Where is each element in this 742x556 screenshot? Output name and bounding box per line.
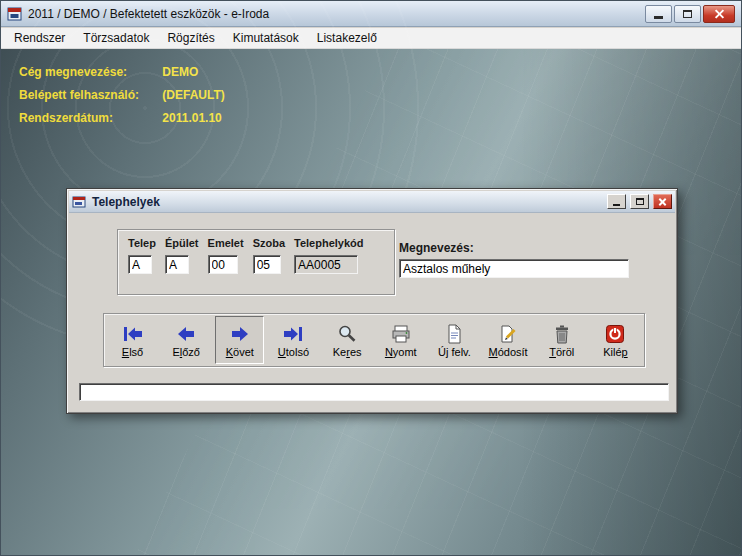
epulet-label: Épület bbox=[165, 237, 199, 249]
dialog-body: Telep Épület Emelet Szoba bbox=[69, 213, 675, 411]
toolbar-button-utolso[interactable]: Utolsó bbox=[269, 316, 318, 364]
dialog-maximize-button[interactable] bbox=[630, 194, 649, 209]
toolbar-label: Töröl bbox=[549, 346, 574, 358]
user-row: Belépett felhasználó: (DEFAULT) bbox=[19, 88, 225, 102]
maximize-icon bbox=[683, 10, 692, 18]
telephelyek-dialog: Telephelyek Telep Épület bbox=[66, 188, 678, 414]
toolbar-label: Kilép bbox=[603, 346, 627, 358]
epulet-input[interactable] bbox=[165, 255, 189, 274]
szoba-input[interactable] bbox=[253, 255, 281, 274]
dialog-minimize-icon bbox=[613, 204, 620, 206]
nav-previous-icon bbox=[175, 323, 197, 345]
exit-power-icon bbox=[604, 323, 626, 345]
toolbar-button-modosit[interactable]: Módosít bbox=[484, 316, 533, 364]
printer-icon bbox=[390, 323, 412, 345]
status-input[interactable] bbox=[79, 383, 669, 401]
system-date-value: 2011.01.10 bbox=[162, 111, 221, 125]
epulet-field: Épület bbox=[165, 237, 199, 287]
telep-label: Telep bbox=[128, 237, 156, 249]
telephelykod-input bbox=[294, 255, 358, 274]
nav-next-icon bbox=[229, 323, 251, 345]
telep-field: Telep bbox=[128, 237, 156, 287]
minimize-button[interactable] bbox=[645, 5, 672, 23]
megnevezes-input[interactable] bbox=[399, 259, 629, 278]
maximize-button[interactable] bbox=[674, 5, 701, 23]
minimize-icon bbox=[654, 16, 663, 19]
toolbar-button-uj-felv[interactable]: Új felv. bbox=[430, 316, 479, 364]
toolbar-button-elso[interactable]: Első bbox=[108, 316, 157, 364]
dialog-title: Telephelyek bbox=[92, 195, 603, 209]
close-button[interactable] bbox=[703, 5, 735, 23]
toolbar-label: Követ bbox=[226, 346, 254, 358]
nav-first-icon bbox=[122, 323, 144, 345]
toolbar-label: Módosít bbox=[489, 346, 528, 358]
dialog-close-button[interactable] bbox=[653, 194, 672, 209]
user-label: Belépett felhasználó: bbox=[19, 88, 159, 102]
emelet-label: Emelet bbox=[208, 237, 244, 249]
company-value: DEMO bbox=[162, 65, 198, 79]
toolbar-button-torol[interactable]: Töröl bbox=[537, 316, 586, 364]
toolbar-button-elozo[interactable]: Előző bbox=[162, 316, 211, 364]
date-row: Rendszerdátum: 2011.01.10 bbox=[19, 111, 225, 125]
workspace-background: Cég megnevezése: DEMO Belépett felhaszná… bbox=[1, 49, 741, 556]
system-date-label: Rendszerdátum: bbox=[19, 111, 159, 125]
megnevezes-label: Megnevezés: bbox=[399, 241, 474, 255]
dialog-icon bbox=[72, 194, 88, 210]
toolbar-label: Utolsó bbox=[278, 346, 309, 358]
main-window: 2011 / DEMO / Befektetett eszközök - e-I… bbox=[0, 0, 742, 556]
toolbar-label: Első bbox=[122, 346, 143, 358]
close-icon bbox=[714, 8, 725, 19]
location-fields-group: Telep Épület Emelet Szoba bbox=[117, 229, 395, 295]
window-controls bbox=[645, 5, 735, 23]
telephelykod-label: Telephelykód bbox=[294, 237, 363, 249]
emelet-field: Emelet bbox=[208, 237, 244, 287]
new-document-icon bbox=[443, 323, 465, 345]
toolbar-button-kilep[interactable]: Kilép bbox=[591, 316, 640, 364]
dialog-minimize-button[interactable] bbox=[607, 194, 626, 209]
toolbar-label: Nyomt bbox=[385, 346, 417, 358]
edit-document-icon bbox=[497, 323, 519, 345]
toolbar-label: Új felv. bbox=[438, 346, 471, 358]
toolbar-button-kovet[interactable]: Követ bbox=[215, 316, 264, 364]
toolbar-button-keres[interactable]: Keres bbox=[323, 316, 372, 364]
company-label: Cég megnevezése: bbox=[19, 65, 159, 79]
telep-input[interactable] bbox=[128, 255, 152, 274]
szoba-field: Szoba bbox=[253, 237, 285, 287]
user-value: (DEFAULT) bbox=[162, 88, 224, 102]
dialog-title-bar[interactable]: Telephelyek bbox=[69, 191, 675, 213]
company-row: Cég megnevezése: DEMO bbox=[19, 65, 225, 79]
nav-last-icon bbox=[282, 323, 304, 345]
toolbar-label: Keres bbox=[333, 346, 362, 358]
system-info: Cég megnevezése: DEMO Belépett felhaszná… bbox=[19, 65, 225, 134]
dialog-maximize-icon bbox=[636, 198, 644, 205]
toolbar-button-nyomt[interactable]: Nyomt bbox=[376, 316, 425, 364]
trash-icon bbox=[551, 323, 573, 345]
dialog-toolbar: Első Előző Követ bbox=[103, 313, 645, 367]
dialog-close-icon bbox=[658, 197, 667, 206]
toolbar-label: Előző bbox=[172, 346, 200, 358]
telephelykod-field: Telephelykód bbox=[294, 237, 363, 287]
search-icon bbox=[336, 323, 358, 345]
emelet-input[interactable] bbox=[208, 255, 238, 274]
szoba-label: Szoba bbox=[253, 237, 285, 249]
